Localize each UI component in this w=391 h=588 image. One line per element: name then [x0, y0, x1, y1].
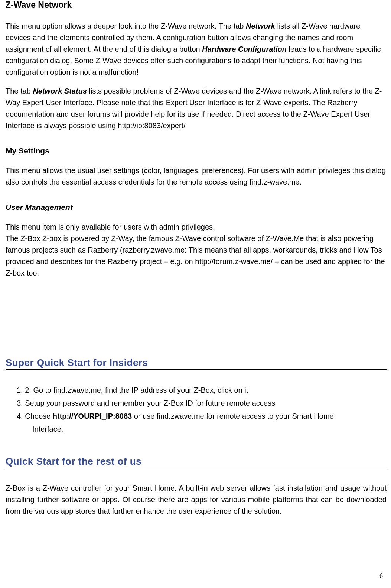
text-run: fin — [105, 386, 113, 394]
heading-zwave-network: Z-Wave Network — [6, 0, 387, 10]
text-run: IP addr — [131, 386, 155, 394]
paragraph-usermgmt-1: This menu item is only available for use… — [6, 221, 387, 233]
paragraph-zwave-2: The tab Network Status lists possible pr… — [6, 85, 387, 131]
text-run: ber — [134, 399, 147, 407]
text-run: ss — [258, 412, 267, 420]
emph-network: Network — [246, 22, 275, 30]
text-run: ess — [155, 386, 169, 394]
text-run: of your Z-Box, click on it — [169, 386, 248, 394]
text-run: for remote acce — [206, 412, 258, 420]
emph-hardware-configuration: Hardware Configuration — [202, 45, 287, 53]
text-run: up — [36, 399, 46, 407]
heading-quick-start-insiders: Super Quick Start for Insiders — [6, 357, 387, 370]
spacer — [6, 286, 387, 357]
document-page: Z-Wave Network This menu option allows a… — [0, 0, 391, 588]
text-run: nd.zwave.me, — [57, 386, 105, 394]
text-run: your passwo — [46, 399, 88, 407]
heading-user-management: User Management — [6, 203, 387, 212]
step-4-tail: Interface. — [32, 423, 379, 436]
text-run: to your Smart Home — [267, 412, 334, 420]
insiders-steps: 1. 2. Go to find.zwave.me, find the IP a… — [17, 384, 379, 436]
step-1-2: 1. 2. Go to find.zwave.me, find the IP a… — [17, 384, 379, 397]
text-run: This menu option allows a deeper look in… — [6, 22, 246, 30]
text-run: re remote acce — [218, 399, 268, 407]
text-run: nd.zwave.me — [160, 412, 206, 420]
text-run: ose — [39, 412, 53, 420]
text-run: 4. Cho — [17, 412, 39, 420]
text-run: 3. Set — [17, 399, 36, 407]
paragraph-zwave-1: This menu option allows a deeper look in… — [6, 20, 387, 78]
text-run: your Z-Box ID for futu — [147, 399, 218, 407]
page-number: 6 — [379, 572, 383, 580]
text-run: d the — [113, 386, 131, 394]
heading-quick-start-rest: Quick Start for the rest of us — [6, 456, 387, 468]
emph-network-status: Network Status — [33, 87, 87, 95]
text-run: ss — [268, 399, 275, 407]
paragraph-quick-rest: Z-Box is a Z-Wave controller for your Sm… — [6, 483, 387, 517]
text-run: and remem — [97, 399, 134, 407]
text-run: 1. 2. Go to fi — [17, 386, 57, 394]
text-run: or use fi — [132, 412, 160, 420]
paragraph-mysettings: This menu allows the usual user settings… — [6, 165, 387, 188]
text-run: rd — [88, 399, 97, 407]
url-bold: http://YOURPI_IP:8083 — [53, 412, 132, 420]
step-3: 3. Setup your password and remember your… — [17, 397, 379, 410]
paragraph-usermgmt-2: The Z-Box Z-box is powered by Z-Way, the… — [6, 233, 387, 279]
step-4: 4. Choose http://YOURPI_IP:8083 or use f… — [17, 410, 379, 423]
heading-my-settings: My Settings — [6, 146, 387, 155]
text-run: The tab — [6, 87, 33, 95]
